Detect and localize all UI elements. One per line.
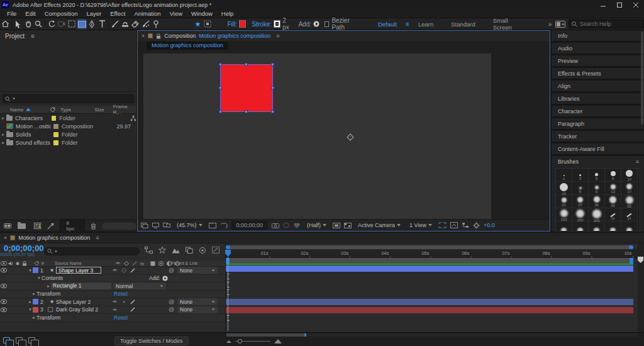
home-icon[interactable] <box>0 19 10 30</box>
brush-preset[interactable]: 45 <box>605 195 621 208</box>
hand-tool-icon[interactable] <box>23 19 33 30</box>
group-label[interactable]: Transform <box>36 315 60 321</box>
help-search-input[interactable] <box>569 20 644 28</box>
stroke-label[interactable]: Stroke: <box>252 21 272 28</box>
panel-libraries[interactable]: Libraries <box>552 93 644 104</box>
comp-flowchart-icon[interactable] <box>462 222 469 228</box>
always-preview-icon[interactable] <box>141 223 148 228</box>
project-panel-menu-icon[interactable]: ≡ <box>31 33 35 40</box>
new-composition-icon[interactable] <box>34 223 42 229</box>
navigator-start-handle[interactable] <box>226 245 230 249</box>
rotation-tool-icon[interactable] <box>47 19 57 30</box>
panel-info[interactable]: Info <box>552 30 644 41</box>
layer-name-edit-field[interactable]: Shape Layer 3 <box>56 267 101 274</box>
brush-preset[interactable] <box>621 221 638 232</box>
clone-stamp-tool-icon[interactable] <box>120 19 130 30</box>
brush-preset[interactable] <box>589 221 605 232</box>
group-label[interactable]: Contents <box>42 275 63 281</box>
layer-name[interactable]: Dark Gray Solid 2 <box>56 306 98 313</box>
menu-edit[interactable]: Edit <box>21 10 40 17</box>
fill-label[interactable]: Fill: <box>227 21 237 28</box>
timeline-button-icon[interactable] <box>450 222 458 228</box>
selection-handle[interactable] <box>219 86 222 89</box>
close-button[interactable] <box>628 0 644 9</box>
add-label[interactable]: Add: <box>298 21 311 28</box>
menu-effect[interactable]: Effect <box>106 10 130 17</box>
brush-tool-icon[interactable] <box>110 19 120 30</box>
expand-icon[interactable]: ▸ <box>0 116 6 121</box>
layer-row-shape-layer-3[interactable]: ▾ 1 ★ Shape Layer 3 @ None <box>0 267 225 275</box>
zoom-out-mountain-icon[interactable] <box>226 340 231 343</box>
panel-audio[interactable]: Audio <box>552 43 644 53</box>
timeline-horizontal-scrollbar[interactable] <box>226 333 638 337</box>
chevron-down-icon[interactable]: ▾ <box>36 276 42 281</box>
stroke-swatch[interactable] <box>274 20 280 28</box>
label-chip[interactable] <box>53 140 58 145</box>
lock-column-icon[interactable] <box>21 261 28 266</box>
audio-column-icon[interactable] <box>7 261 14 266</box>
magnification-dropdown[interactable]: (45.7%) <box>174 221 205 229</box>
composition-viewport[interactable] <box>143 53 491 220</box>
current-timecode[interactable]: 0;00;00;00 <box>4 244 44 252</box>
panel-composition-title[interactable]: Motion graphics composition <box>199 33 270 39</box>
brush-preset[interactable] <box>556 221 572 232</box>
zoom-slider-thumb[interactable] <box>238 339 242 343</box>
chevron-down-icon[interactable]: ▾ <box>28 268 33 273</box>
project-row-sound-effects[interactable]: ▸ Sound effects Folder <box>0 138 136 147</box>
type-tool-icon[interactable] <box>97 19 107 30</box>
parent-pickwhip-icon[interactable]: @ <box>169 267 174 274</box>
brushes-menu-icon[interactable]: ≡ <box>636 159 639 165</box>
parent-dropdown[interactable]: None <box>177 267 218 274</box>
snapshot-icon[interactable] <box>272 223 279 228</box>
brush-preset[interactable]: 65 <box>621 195 638 208</box>
number-column[interactable]: # <box>40 261 46 265</box>
parent-dropdown[interactable]: None <box>177 306 218 313</box>
workspace-learn[interactable]: Learn <box>409 21 442 28</box>
composition-tab[interactable]: Motion graphics composition <box>147 42 228 50</box>
bezier-path-checkbox[interactable] <box>325 21 329 27</box>
menu-help[interactable]: Help <box>217 10 238 17</box>
layer-color-swatch[interactable] <box>33 307 38 313</box>
layer-bar-shape-layer-2[interactable] <box>226 299 633 305</box>
expand-layer-switches-icon[interactable] <box>3 337 10 343</box>
fast-previews-icon[interactable] <box>333 223 340 228</box>
parent-pickwhip-icon[interactable]: @ <box>169 306 174 313</box>
brush-preset[interactable]: 17 <box>621 182 638 195</box>
adjustment-icon[interactable] <box>47 223 53 230</box>
expand-icon[interactable]: ▸ <box>0 140 6 145</box>
transparency-grid-icon[interactable] <box>344 223 352 228</box>
column-name[interactable]: Name <box>0 107 50 113</box>
channel-icon[interactable] <box>293 222 301 228</box>
add-property-label[interactable]: Add: <box>149 275 160 281</box>
maximize-button[interactable] <box>611 0 628 9</box>
panel-align[interactable]: Align <box>552 81 644 91</box>
label-chip[interactable] <box>53 124 58 129</box>
work-area-end-handle[interactable] <box>630 258 633 264</box>
menu-view[interactable]: View <box>165 10 187 17</box>
preview-timecode[interactable]: 0;00;00;00 <box>231 221 269 230</box>
column-type[interactable]: Type <box>60 107 94 113</box>
panel-close-icon[interactable]: × <box>142 33 145 39</box>
motion-blur-icon[interactable] <box>186 247 193 254</box>
label-chip[interactable] <box>53 132 58 137</box>
brush-preset[interactable]: 19 <box>556 182 572 195</box>
eye-icon[interactable] <box>0 268 7 272</box>
camera-tool-icon[interactable] <box>57 19 67 30</box>
workspace-overflow-icon[interactable]: » <box>548 21 552 28</box>
mask-star-icon[interactable]: ★ <box>192 19 203 30</box>
exposure-value[interactable]: +0.0 <box>484 222 495 228</box>
expand-transfer-controls-icon[interactable] <box>16 337 23 343</box>
brush-preset[interactable]: 11 <box>621 208 638 221</box>
brush-preset[interactable]: 300 <box>589 208 605 221</box>
timeline-tab[interactable]: Motion graphics composition <box>18 235 90 241</box>
layer-switches[interactable] <box>112 307 135 312</box>
rectangle-tool-icon[interactable] <box>77 19 87 30</box>
minimize-button[interactable] <box>595 0 611 9</box>
timeline-menu-icon[interactable]: ≡ <box>96 235 99 241</box>
selection-handle[interactable] <box>271 86 274 89</box>
brush-preset[interactable]: 13 <box>621 169 638 182</box>
shape-rectangle[interactable] <box>220 64 273 112</box>
zoom-in-mountain-icon[interactable] <box>274 339 282 343</box>
fill-swatch[interactable] <box>239 20 246 28</box>
toggle-switches-modes-button[interactable]: Toggle Switches / Modes <box>114 337 189 345</box>
